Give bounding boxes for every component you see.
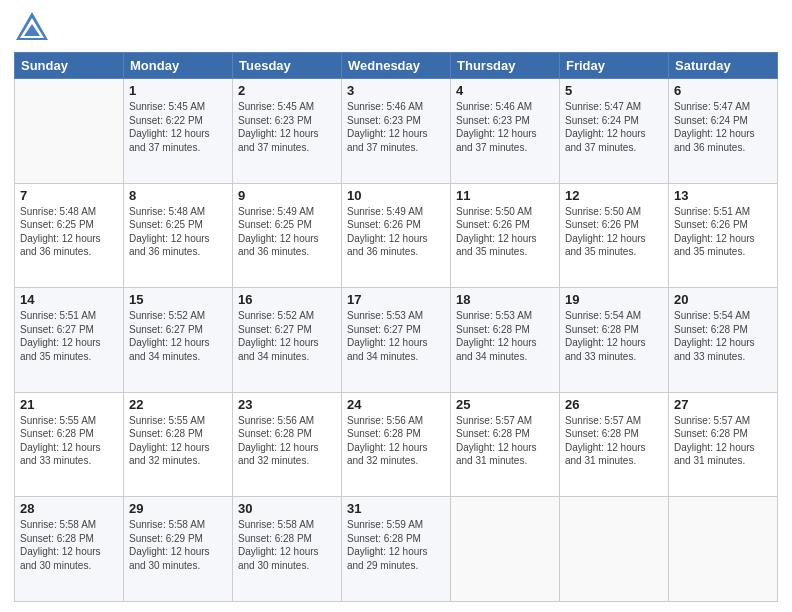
day-number: 21 [20,397,118,412]
calendar-cell: 6Sunrise: 5:47 AM Sunset: 6:24 PM Daylig… [669,79,778,184]
day-info: Sunrise: 5:47 AM Sunset: 6:24 PM Dayligh… [674,100,772,154]
day-info: Sunrise: 5:57 AM Sunset: 6:28 PM Dayligh… [674,414,772,468]
calendar-cell [669,497,778,602]
day-info: Sunrise: 5:46 AM Sunset: 6:23 PM Dayligh… [347,100,445,154]
day-number: 28 [20,501,118,516]
calendar-cell: 2Sunrise: 5:45 AM Sunset: 6:23 PM Daylig… [233,79,342,184]
calendar-cell: 16Sunrise: 5:52 AM Sunset: 6:27 PM Dayli… [233,288,342,393]
calendar-cell: 25Sunrise: 5:57 AM Sunset: 6:28 PM Dayli… [451,392,560,497]
week-row-1: 7Sunrise: 5:48 AM Sunset: 6:25 PM Daylig… [15,183,778,288]
calendar-cell: 14Sunrise: 5:51 AM Sunset: 6:27 PM Dayli… [15,288,124,393]
day-number: 7 [20,188,118,203]
day-info: Sunrise: 5:52 AM Sunset: 6:27 PM Dayligh… [129,309,227,363]
calendar-cell: 15Sunrise: 5:52 AM Sunset: 6:27 PM Dayli… [124,288,233,393]
day-number: 24 [347,397,445,412]
weekday-header-row: SundayMondayTuesdayWednesdayThursdayFrid… [15,53,778,79]
header [14,10,778,46]
day-info: Sunrise: 5:47 AM Sunset: 6:24 PM Dayligh… [565,100,663,154]
calendar-cell [560,497,669,602]
day-number: 8 [129,188,227,203]
week-row-4: 28Sunrise: 5:58 AM Sunset: 6:28 PM Dayli… [15,497,778,602]
day-number: 4 [456,83,554,98]
day-info: Sunrise: 5:53 AM Sunset: 6:28 PM Dayligh… [456,309,554,363]
day-number: 25 [456,397,554,412]
day-info: Sunrise: 5:49 AM Sunset: 6:26 PM Dayligh… [347,205,445,259]
day-number: 18 [456,292,554,307]
calendar-table: SundayMondayTuesdayWednesdayThursdayFrid… [14,52,778,602]
calendar-cell: 26Sunrise: 5:57 AM Sunset: 6:28 PM Dayli… [560,392,669,497]
calendar-cell: 13Sunrise: 5:51 AM Sunset: 6:26 PM Dayli… [669,183,778,288]
day-number: 31 [347,501,445,516]
day-info: Sunrise: 5:48 AM Sunset: 6:25 PM Dayligh… [20,205,118,259]
day-number: 30 [238,501,336,516]
day-number: 5 [565,83,663,98]
calendar-cell: 4Sunrise: 5:46 AM Sunset: 6:23 PM Daylig… [451,79,560,184]
day-info: Sunrise: 5:55 AM Sunset: 6:28 PM Dayligh… [20,414,118,468]
day-number: 27 [674,397,772,412]
calendar-cell: 11Sunrise: 5:50 AM Sunset: 6:26 PM Dayli… [451,183,560,288]
day-info: Sunrise: 5:58 AM Sunset: 6:28 PM Dayligh… [238,518,336,572]
day-number: 10 [347,188,445,203]
day-number: 20 [674,292,772,307]
logo [14,10,52,46]
calendar-cell: 23Sunrise: 5:56 AM Sunset: 6:28 PM Dayli… [233,392,342,497]
week-row-0: 1Sunrise: 5:45 AM Sunset: 6:22 PM Daylig… [15,79,778,184]
calendar-cell: 7Sunrise: 5:48 AM Sunset: 6:25 PM Daylig… [15,183,124,288]
day-info: Sunrise: 5:51 AM Sunset: 6:27 PM Dayligh… [20,309,118,363]
day-number: 3 [347,83,445,98]
day-info: Sunrise: 5:52 AM Sunset: 6:27 PM Dayligh… [238,309,336,363]
day-number: 26 [565,397,663,412]
day-number: 22 [129,397,227,412]
day-info: Sunrise: 5:46 AM Sunset: 6:23 PM Dayligh… [456,100,554,154]
day-info: Sunrise: 5:58 AM Sunset: 6:29 PM Dayligh… [129,518,227,572]
weekday-header-tuesday: Tuesday [233,53,342,79]
calendar-cell: 22Sunrise: 5:55 AM Sunset: 6:28 PM Dayli… [124,392,233,497]
day-info: Sunrise: 5:57 AM Sunset: 6:28 PM Dayligh… [456,414,554,468]
calendar-cell: 12Sunrise: 5:50 AM Sunset: 6:26 PM Dayli… [560,183,669,288]
calendar-cell: 10Sunrise: 5:49 AM Sunset: 6:26 PM Dayli… [342,183,451,288]
calendar-cell: 20Sunrise: 5:54 AM Sunset: 6:28 PM Dayli… [669,288,778,393]
day-info: Sunrise: 5:49 AM Sunset: 6:25 PM Dayligh… [238,205,336,259]
day-number: 11 [456,188,554,203]
day-info: Sunrise: 5:45 AM Sunset: 6:23 PM Dayligh… [238,100,336,154]
day-number: 2 [238,83,336,98]
calendar-cell: 5Sunrise: 5:47 AM Sunset: 6:24 PM Daylig… [560,79,669,184]
calendar-cell: 9Sunrise: 5:49 AM Sunset: 6:25 PM Daylig… [233,183,342,288]
calendar-cell [451,497,560,602]
calendar-cell: 28Sunrise: 5:58 AM Sunset: 6:28 PM Dayli… [15,497,124,602]
weekday-header-thursday: Thursday [451,53,560,79]
weekday-header-sunday: Sunday [15,53,124,79]
day-number: 12 [565,188,663,203]
day-info: Sunrise: 5:54 AM Sunset: 6:28 PM Dayligh… [674,309,772,363]
week-row-2: 14Sunrise: 5:51 AM Sunset: 6:27 PM Dayli… [15,288,778,393]
calendar-cell: 21Sunrise: 5:55 AM Sunset: 6:28 PM Dayli… [15,392,124,497]
weekday-header-wednesday: Wednesday [342,53,451,79]
calendar-cell: 3Sunrise: 5:46 AM Sunset: 6:23 PM Daylig… [342,79,451,184]
day-info: Sunrise: 5:50 AM Sunset: 6:26 PM Dayligh… [565,205,663,259]
calendar-cell: 31Sunrise: 5:59 AM Sunset: 6:28 PM Dayli… [342,497,451,602]
day-info: Sunrise: 5:51 AM Sunset: 6:26 PM Dayligh… [674,205,772,259]
calendar-cell: 24Sunrise: 5:56 AM Sunset: 6:28 PM Dayli… [342,392,451,497]
day-info: Sunrise: 5:58 AM Sunset: 6:28 PM Dayligh… [20,518,118,572]
day-number: 1 [129,83,227,98]
day-info: Sunrise: 5:53 AM Sunset: 6:27 PM Dayligh… [347,309,445,363]
day-info: Sunrise: 5:59 AM Sunset: 6:28 PM Dayligh… [347,518,445,572]
calendar-cell [15,79,124,184]
day-info: Sunrise: 5:56 AM Sunset: 6:28 PM Dayligh… [238,414,336,468]
day-number: 23 [238,397,336,412]
day-number: 9 [238,188,336,203]
day-number: 29 [129,501,227,516]
day-number: 13 [674,188,772,203]
weekday-header-friday: Friday [560,53,669,79]
logo-icon [14,10,50,46]
week-row-3: 21Sunrise: 5:55 AM Sunset: 6:28 PM Dayli… [15,392,778,497]
day-info: Sunrise: 5:56 AM Sunset: 6:28 PM Dayligh… [347,414,445,468]
day-info: Sunrise: 5:57 AM Sunset: 6:28 PM Dayligh… [565,414,663,468]
day-number: 17 [347,292,445,307]
calendar-cell: 8Sunrise: 5:48 AM Sunset: 6:25 PM Daylig… [124,183,233,288]
day-number: 14 [20,292,118,307]
day-number: 6 [674,83,772,98]
calendar-cell: 29Sunrise: 5:58 AM Sunset: 6:29 PM Dayli… [124,497,233,602]
day-info: Sunrise: 5:50 AM Sunset: 6:26 PM Dayligh… [456,205,554,259]
calendar-cell: 17Sunrise: 5:53 AM Sunset: 6:27 PM Dayli… [342,288,451,393]
